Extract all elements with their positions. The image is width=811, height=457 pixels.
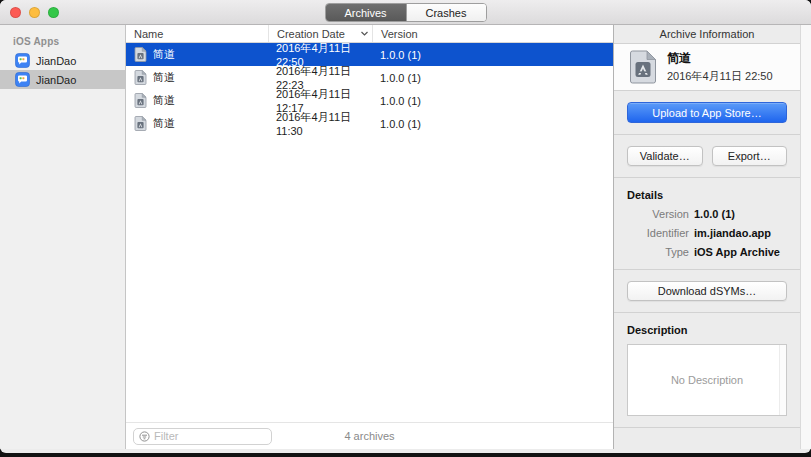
archive-document-icon: [134, 47, 147, 62]
archive-list: Name Creation Date Version 简道 2016年4月11日…: [126, 25, 613, 449]
chevron-down-icon: [360, 29, 369, 38]
sidebar-item-label: JianDao: [36, 55, 76, 67]
column-header-version[interactable]: Version: [372, 25, 613, 42]
detail-label: Type: [627, 246, 689, 258]
validate-export-section: Validate… Export…: [614, 135, 800, 178]
chat-app-icon: [15, 53, 30, 68]
archive-version: 1.0.0 (1): [372, 49, 613, 61]
sidebar-item-jiandao-1[interactable]: JianDao: [0, 51, 125, 70]
archive-summary: 简道 2016年4月11日 22:50: [614, 44, 800, 91]
list-footer-bar: 4 archives: [126, 422, 613, 449]
archive-name: 简道: [667, 50, 773, 67]
detail-value: iOS App Archive: [694, 246, 780, 258]
inspector-title: Archive Information: [614, 25, 800, 44]
filter-field[interactable]: [133, 428, 272, 445]
archive-name: 简道: [153, 70, 175, 85]
filter-input[interactable]: [154, 430, 266, 442]
table-row[interactable]: 简道 2016年4月11日 12:17 1.0.0 (1): [126, 89, 613, 112]
minimize-window-button[interactable]: [29, 7, 40, 18]
archive-creation-date: 2016年4月11日 11:30: [268, 110, 372, 137]
filter-icon: [139, 431, 150, 442]
chat-app-icon: [15, 72, 30, 87]
archive-document-icon: [629, 50, 657, 84]
archive-document-icon: [134, 116, 147, 131]
description-box[interactable]: No Description: [627, 344, 787, 416]
description-empty-text: No Description: [671, 374, 743, 386]
title-bar: Archives Crashes: [0, 0, 811, 25]
sidebar-item-jiandao-2[interactable]: JianDao: [0, 70, 125, 89]
archive-date: 2016年4月11日 22:50: [667, 69, 773, 84]
detail-label: Identifier: [627, 227, 689, 239]
archive-name: 简道: [153, 93, 175, 108]
export-button[interactable]: Export…: [712, 146, 788, 166]
window-controls: [10, 7, 59, 18]
column-header-name[interactable]: Name: [126, 25, 268, 42]
archive-name: 简道: [153, 47, 175, 62]
details-section: Details Version 1.0.0 (1) Identifier im.…: [614, 178, 800, 270]
table-row[interactable]: 简道 2016年4月11日 22:50 1.0.0 (1): [126, 43, 613, 66]
description-section: Description No Description: [614, 313, 800, 428]
xcode-organizer-window: Archives Crashes iOS Apps JianDao JianDa…: [0, 0, 811, 453]
tab-archives[interactable]: Archives: [326, 4, 406, 21]
archive-version: 1.0.0 (1): [372, 72, 613, 84]
tab-crashes[interactable]: Crashes: [406, 4, 486, 21]
zoom-window-button[interactable]: [48, 7, 59, 18]
table-row[interactable]: 简道 2016年4月11日 22:23 1.0.0 (1): [126, 66, 613, 89]
archive-version: 1.0.0 (1): [372, 95, 613, 107]
detail-value: 1.0.0 (1): [694, 208, 735, 220]
download-dsyms-button[interactable]: Download dSYMs…: [627, 281, 787, 301]
dsyms-section: Download dSYMs…: [614, 270, 800, 313]
inspector-panel: Archive Information 简道 2016年4月11日 22:50 …: [613, 25, 811, 449]
archive-document-icon: [134, 93, 147, 108]
upload-to-app-store-button[interactable]: Upload to App Store…: [627, 102, 787, 123]
sidebar-item-label: JianDao: [36, 74, 76, 86]
detail-row-type: Type iOS App Archive: [627, 246, 787, 258]
inspector-scrollbar[interactable]: [800, 25, 811, 449]
description-header: Description: [627, 324, 787, 336]
validate-button[interactable]: Validate…: [627, 146, 703, 166]
archive-name: 简道: [153, 116, 175, 131]
detail-row-identifier: Identifier im.jiandao.app: [627, 227, 787, 239]
details-header: Details: [627, 189, 787, 201]
archive-document-icon: [134, 70, 147, 85]
detail-label: Version: [627, 208, 689, 220]
column-header-label: Creation Date: [277, 28, 345, 40]
table-row[interactable]: 简道 2016年4月11日 11:30 1.0.0 (1): [126, 112, 613, 135]
sidebar-group-ios-apps: iOS Apps: [0, 34, 125, 51]
description-scrollbar[interactable]: [779, 345, 786, 415]
organizer-tab-switcher: Archives Crashes: [325, 3, 487, 22]
detail-value: im.jiandao.app: [694, 227, 771, 239]
upload-section: Upload to App Store…: [614, 91, 800, 135]
close-window-button[interactable]: [10, 7, 21, 18]
archive-version: 1.0.0 (1): [372, 118, 613, 130]
column-header-creation-date[interactable]: Creation Date: [268, 25, 372, 42]
sidebar: iOS Apps JianDao JianDao: [0, 25, 126, 449]
detail-row-version: Version 1.0.0 (1): [627, 208, 787, 220]
